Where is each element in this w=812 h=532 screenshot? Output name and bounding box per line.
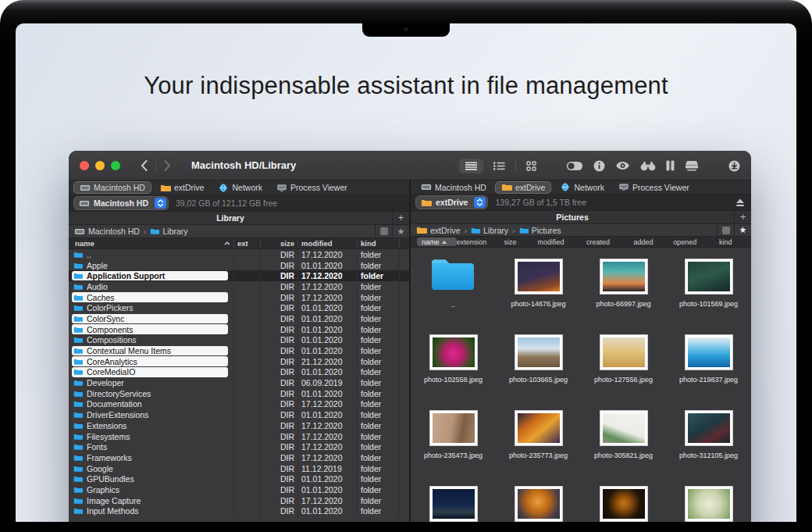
file-row[interactable]: CoreAnalyticsDIR21.12.2020folder — [69, 356, 409, 367]
right-drive-selector[interactable]: extDrive — [415, 195, 488, 209]
scrollbar-track[interactable] — [400, 302, 409, 313]
file-row[interactable]: CompositionsDIR01.01.2020folder — [69, 335, 409, 346]
grid-photo-item[interactable]: photo-235473.jpeg — [411, 405, 496, 481]
toggle-switch-icon[interactable] — [566, 161, 583, 171]
grid-photo-item[interactable]: photo-127556.jpeg — [581, 330, 666, 405]
file-row[interactable]: Input MethodsDIR01.01.2020folder — [69, 506, 409, 517]
scrollbar-track[interactable] — [400, 313, 409, 324]
scrollbar-track[interactable] — [400, 292, 409, 303]
network-share-icon[interactable] — [685, 160, 699, 171]
close-window-button[interactable] — [80, 161, 89, 170]
breadcrumb-item[interactable]: Pictures — [519, 226, 561, 235]
drive-tab-extdrive[interactable]: extDrive — [155, 182, 210, 193]
forward-icon[interactable] — [164, 160, 171, 171]
drive-tab-macintosh-hd[interactable]: Macintosh HD — [73, 181, 151, 194]
drive-tab-process-viewer[interactable]: Process Viewer — [613, 182, 695, 193]
grid-photo-item[interactable] — [666, 481, 751, 522]
grid-photo-item[interactable] — [496, 481, 581, 522]
info-icon[interactable] — [593, 160, 605, 172]
file-row[interactable]: FrameworksDIR17.12.2020folder — [69, 452, 409, 463]
download-icon[interactable] — [728, 160, 740, 172]
scrollbar-track[interactable] — [400, 324, 409, 335]
column-header-added[interactable]: added — [634, 238, 674, 246]
scrollbar-track[interactable] — [400, 335, 409, 346]
file-row[interactable]: FilesystemsDIR17.12.2020folder — [69, 431, 409, 442]
scrollbar-track[interactable] — [400, 495, 409, 506]
drive-stepper-icon[interactable] — [155, 198, 166, 209]
scrollbar-track[interactable] — [400, 463, 409, 474]
selection-indicator[interactable] — [717, 224, 734, 237]
drive-tab-network[interactable]: Network — [212, 182, 268, 193]
column-list-view-icon[interactable] — [493, 162, 505, 170]
breadcrumb-item[interactable]: Library — [471, 226, 508, 235]
file-row[interactable]: ColorSyncDIR01.01.2020folder — [69, 313, 409, 324]
drive-tab-extdrive[interactable]: extDrive — [495, 181, 552, 194]
scrollbar-track[interactable] — [400, 356, 409, 367]
file-row[interactable]: Image CaptureDIR17.12.2020folder — [69, 495, 409, 506]
column-header-kind[interactable]: kind — [719, 238, 751, 246]
search-binoculars-icon[interactable] — [640, 161, 656, 171]
drive-tab-macintosh-hd[interactable]: Macintosh HD — [415, 182, 492, 193]
column-header-created[interactable]: created — [586, 238, 634, 246]
file-row[interactable]: GPUBundlesDIR01.01.2020folder — [69, 473, 409, 484]
scrollbar-track[interactable] — [400, 441, 409, 452]
column-header-name[interactable]: name — [69, 238, 234, 248]
drive-stepper-icon[interactable] — [474, 197, 486, 208]
column-header-opened[interactable]: opened — [673, 238, 719, 246]
grid-photo-item[interactable]: photo-312105.jpeg — [666, 405, 751, 481]
back-icon[interactable] — [141, 160, 148, 171]
file-row[interactable]: ExtensionsDIR17.12.2020folder — [69, 420, 409, 431]
grid-photo-item[interactable]: photo-103665.jpeg — [496, 330, 581, 405]
scrollbar-track[interactable] — [400, 452, 409, 463]
breadcrumb-item[interactable]: extDrive — [416, 226, 461, 235]
scrollbar-track[interactable] — [400, 270, 409, 281]
file-row[interactable]: DirectoryServicesDIR01.01.2020folder — [69, 388, 409, 399]
file-row[interactable]: DeveloperDIR06.09.2019folder — [69, 377, 409, 388]
grid-photo-item[interactable]: photo-305821.jpeg — [581, 405, 666, 481]
add-tab-button[interactable]: + — [734, 211, 751, 223]
scrollbar-track[interactable] — [400, 281, 409, 292]
grid-photo-item[interactable]: photo-14676.jpeg — [496, 254, 581, 330]
scrollbar-track[interactable] — [400, 249, 409, 260]
favorite-star-icon[interactable]: ★ — [392, 225, 409, 237]
column-header-size[interactable]: size — [261, 238, 298, 248]
grid-photo-item[interactable]: photo-102558.jpeg — [411, 330, 496, 405]
scrollbar-track[interactable] — [400, 399, 409, 410]
breadcrumb-item[interactable]: Macintosh HD — [74, 227, 140, 236]
scrollbar-track[interactable] — [400, 506, 409, 517]
scrollbar-track[interactable] — [400, 345, 409, 356]
grid-photo-item[interactable]: photo-235773.jpeg — [496, 405, 581, 481]
drive-tab-network[interactable]: Network — [554, 182, 610, 193]
selection-indicator[interactable] — [375, 225, 392, 237]
file-row[interactable]: DriverExtensionsDIR01.01.2020folder — [69, 409, 409, 420]
scrollbar-track[interactable] — [400, 377, 409, 388]
eject-icon[interactable] — [735, 198, 745, 207]
file-row[interactable]: DocumentationDIR17.12.2020folder — [69, 399, 409, 410]
file-row[interactable]: CachesDIR17.12.2020folder — [69, 292, 409, 303]
grid-folder-item[interactable]: .. — [411, 254, 496, 330]
file-row[interactable]: Contextual Menu ItemsDIR01.01.2020folder — [69, 345, 409, 356]
column-header-ext[interactable]: ext — [234, 238, 261, 248]
column-header-modified[interactable]: modified — [537, 238, 586, 246]
drive-tab-process-viewer[interactable]: Process Viewer — [271, 182, 353, 193]
file-row[interactable]: ComponentsDIR01.01.2020folder — [69, 324, 409, 335]
grid-photo-item[interactable]: photo-219837.jpeg — [666, 330, 751, 405]
scrollbar-track[interactable] — [400, 484, 409, 495]
file-row[interactable]: CoreMediaIODIR01.01.2020folder — [69, 367, 409, 378]
list-view-icon[interactable] — [459, 159, 483, 173]
breadcrumb-item[interactable]: Library — [150, 227, 187, 236]
minimize-window-button[interactable] — [95, 161, 105, 170]
left-drive-selector[interactable]: Macintosh HD — [73, 196, 169, 210]
scrollbar-track[interactable] — [400, 260, 409, 271]
scrollbar-track[interactable] — [400, 409, 409, 420]
scrollbar-track[interactable] — [400, 367, 409, 378]
add-tab-button[interactable]: + — [392, 212, 409, 224]
column-header-kind[interactable]: kind — [358, 238, 400, 248]
column-header-size[interactable]: size — [504, 238, 537, 246]
left-folder-tab[interactable]: Library — [69, 212, 392, 224]
zoom-window-button[interactable] — [111, 161, 120, 170]
file-row[interactable]: GraphicsDIR01.01.2020folder — [69, 484, 409, 495]
preview-eye-icon[interactable] — [615, 161, 630, 170]
scrollbar-track[interactable] — [400, 420, 409, 431]
scrollbar-track[interactable] — [400, 473, 409, 484]
